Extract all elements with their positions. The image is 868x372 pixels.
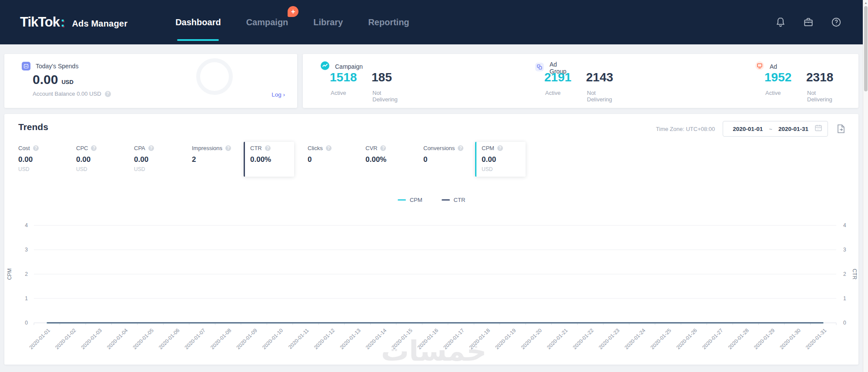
metric-info-icon[interactable]: ?	[458, 145, 463, 151]
y-axis-title-right: CTR	[851, 269, 858, 280]
metric-label-row: Conversions?	[423, 145, 468, 151]
nav-tab-campaign[interactable]: Campaign+	[246, 0, 288, 44]
metric-info-icon[interactable]: ?	[225, 145, 231, 151]
x-axis-label: 2020-01-05	[131, 327, 155, 351]
x-axis-label: 2020-01-19	[494, 327, 517, 351]
not-delivering-count[interactable]: 2143	[586, 70, 613, 84]
x-axis-label: 2020-01-04	[106, 327, 129, 351]
spends-donut-chart	[196, 58, 233, 95]
not-delivering-count[interactable]: 2318	[806, 70, 833, 84]
tiktok-logo[interactable]: TikTok : Ads Manager	[20, 14, 127, 30]
trends-card: Trends Time Zone: UTC+08:00 2020-01-01 ~…	[4, 114, 858, 365]
scrollbar-up-arrow[interactable]: ▲	[863, 0, 868, 6]
chevron-right-icon: ›	[283, 91, 285, 98]
metric-card-clicks[interactable]: Clicks?0	[302, 142, 352, 177]
active-count[interactable]: 1952	[764, 70, 791, 84]
briefcase-icon[interactable]	[803, 17, 814, 28]
x-axis-label: 2020-01-21	[546, 327, 569, 351]
nav-tab-label: Dashboard	[175, 17, 221, 27]
x-axis-label: 2020-01-17	[442, 327, 466, 351]
x-axis-label: 2020-01-12	[313, 327, 336, 351]
active-tab-underline	[177, 39, 219, 41]
x-axis-label: 2020-01-13	[338, 327, 362, 351]
metric-label-row: Impressions?	[192, 145, 236, 151]
x-axis-label: 2020-01-03	[80, 327, 104, 351]
metric-label: CPC	[76, 145, 88, 151]
x-axis-label: 2020-01-28	[727, 327, 751, 351]
export-report-icon[interactable]	[836, 124, 846, 134]
y-axis-tick-right: 2	[843, 271, 846, 277]
metric-label-row: CVR?	[365, 145, 410, 151]
metric-card-cpc[interactable]: CPC?0.00USD	[70, 142, 121, 177]
metric-info-icon[interactable]: ?	[91, 145, 97, 151]
not-delivering-count[interactable]: 185	[372, 70, 392, 84]
metric-info-icon[interactable]: ?	[265, 145, 271, 151]
metric-label: CTR	[250, 145, 262, 151]
y-axis-title-left: CPM	[7, 268, 13, 280]
spends-currency: USD	[61, 79, 73, 85]
balance-info-icon[interactable]: ?	[105, 91, 111, 97]
y-axis-tick-right: 4	[843, 222, 846, 228]
stat-name: Ad	[770, 63, 777, 70]
metric-card-conversions[interactable]: Conversions?0	[417, 142, 468, 177]
nav-tab-reporting[interactable]: Reporting	[368, 0, 409, 44]
active-count[interactable]: 2191	[544, 70, 571, 84]
help-icon[interactable]	[831, 17, 842, 28]
nav-tab-label: Campaign	[246, 17, 288, 27]
metric-label: Clicks	[308, 145, 323, 151]
legend-label: CTR	[454, 197, 466, 203]
x-axis-label: 2020-01-22	[572, 327, 595, 351]
metric-card-ctr[interactable]: CTR?0.00%	[244, 142, 294, 177]
metric-unit: USD	[134, 166, 178, 172]
x-axis-label: 2020-01-27	[701, 327, 724, 351]
y-axis-tick-right: 1	[843, 295, 846, 302]
bell-icon[interactable]	[775, 17, 786, 28]
metric-label: CPM	[482, 145, 494, 151]
metric-info-icon[interactable]: ?	[497, 145, 503, 151]
legend-item-ctr[interactable]: CTR	[442, 197, 466, 203]
timezone-label: Time Zone: UTC+08:00	[656, 126, 715, 132]
metric-value: 0	[423, 155, 468, 164]
metric-card-cpm[interactable]: CPM?0.00USD	[475, 142, 526, 177]
x-axis-label: 2020-01-14	[365, 327, 388, 351]
x-axis-label: 2020-01-15	[390, 327, 414, 351]
active-label: Active	[331, 90, 346, 96]
metric-card-cvr[interactable]: CVR?0.00%	[359, 142, 410, 177]
legend-item-cpm[interactable]: CPM	[398, 197, 422, 203]
nav-tab-library[interactable]: Library	[313, 0, 343, 44]
metric-info-icon[interactable]: ?	[33, 145, 39, 151]
metric-value: 0.00%	[365, 155, 410, 164]
nav-tab-dashboard[interactable]: Dashboard	[175, 0, 221, 44]
metric-value: 0.00	[76, 155, 121, 164]
log-link[interactable]: Log ›	[271, 91, 285, 98]
legend-label: CPM	[410, 197, 422, 203]
metric-card-cpa[interactable]: CPA?0.00USD	[128, 142, 178, 177]
metric-value: 0.00	[134, 155, 178, 164]
metric-label: Cost	[18, 145, 30, 151]
y-axis-tick-left: 0	[25, 320, 28, 326]
y-axis-tick-right: 0	[843, 320, 846, 326]
y-axis-tick-right: 3	[843, 247, 846, 253]
legend-line-swatch	[398, 199, 406, 201]
scrollbar-thumb[interactable]	[864, 6, 868, 91]
metric-info-icon[interactable]: ?	[380, 145, 386, 151]
active-count[interactable]: 1518	[330, 70, 357, 84]
active-label: Active	[545, 90, 560, 96]
page-scrollbar[interactable]: ▲	[863, 0, 868, 372]
logo-colon: :	[60, 14, 65, 30]
date-start[interactable]: 2020-01-01	[733, 126, 763, 132]
y-axis-tick-left: 1	[25, 295, 28, 302]
metric-info-icon[interactable]: ?	[148, 145, 154, 151]
metric-card-impressions[interactable]: Impressions?2	[186, 142, 236, 177]
header-icons	[775, 17, 842, 28]
metric-card-cost[interactable]: Cost?0.00USD	[12, 142, 63, 177]
x-axis-label: 2020-01-10	[261, 327, 285, 351]
date-end[interactable]: 2020-01-31	[778, 126, 808, 132]
metric-unit: USD	[482, 166, 526, 172]
account-balance-text: Account Balance 0.00 USD	[33, 90, 101, 97]
metric-label-row: Clicks?	[308, 145, 352, 151]
date-range-picker[interactable]: 2020-01-01 ~ 2020-01-31	[723, 121, 828, 137]
nav-tab-label: Reporting	[368, 17, 409, 27]
metric-info-icon[interactable]: ?	[326, 145, 332, 151]
x-axis-label: 2020-01-31	[804, 327, 828, 351]
